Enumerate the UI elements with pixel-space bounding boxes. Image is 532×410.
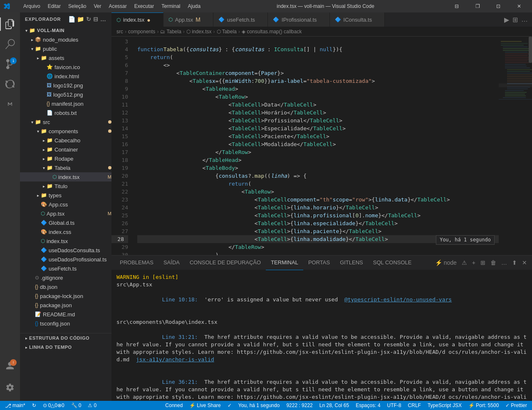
sidebar-item-package-json[interactable]: {} package.json bbox=[20, 301, 111, 310]
status-prettier[interactable]: ✓ Prettier bbox=[504, 401, 529, 410]
sidebar-item-titulo[interactable]: ▸ 📁 Titulo bbox=[20, 181, 111, 191]
split-terminal-icon[interactable]: ⊞ bbox=[479, 258, 487, 267]
maximize-button[interactable]: ⊡ bbox=[489, 0, 508, 12]
breadcrumb-symbol2[interactable]: ◈ consultas.map() callback bbox=[242, 29, 302, 35]
panel-tab-portas[interactable]: PORTAS bbox=[303, 256, 335, 270]
sidebar-item-tabela-index[interactable]: ⬡ index.tsx M bbox=[20, 172, 111, 181]
status-connect[interactable]: Conned bbox=[163, 401, 184, 410]
breadcrumb-file[interactable]: ⬡ index.tsx bbox=[186, 29, 212, 35]
split-editor-icon[interactable]: ⊞ bbox=[512, 15, 519, 25]
tab-index-tsx[interactable]: ⬡ index.tsx ● ✕ bbox=[111, 12, 163, 27]
menu-terminal[interactable]: Terminal bbox=[158, 2, 183, 10]
menu-arquivo[interactable]: Arquivo bbox=[20, 2, 44, 10]
status-port[interactable]: 9222 : 9222 bbox=[285, 401, 314, 410]
status-position[interactable]: Ln 28, Col 65 bbox=[318, 401, 351, 410]
breadcrumb-tabela[interactable]: 🗂 Tabela bbox=[160, 29, 181, 35]
sidebar-item-tsconfig[interactable]: {} tsconfig.json bbox=[20, 319, 111, 328]
activity-explorer[interactable] bbox=[0, 14, 20, 34]
sidebar-item-usedadosprofissional[interactable]: 🔷 useDadosProfissional.ts bbox=[20, 255, 111, 264]
panel-tab-console[interactable]: CONSOLE DE DEPURAÇÃO bbox=[185, 256, 266, 270]
sidebar-item-gitignore[interactable]: ⊙ .gitignore bbox=[20, 273, 111, 282]
sidebar-item-cabecalho[interactable]: ▸ 📁 Cabecalho bbox=[20, 136, 111, 145]
panel-tab-sql[interactable]: SQL CONSOLE bbox=[368, 256, 417, 270]
activity-accounts[interactable]: ! bbox=[0, 356, 20, 376]
status-format-errors[interactable]: 🔧 0 bbox=[69, 401, 83, 410]
sidebar-item-global-dts[interactable]: 🔷 Global.d.ts bbox=[20, 218, 111, 227]
status-language[interactable]: TypeScript JSX bbox=[426, 401, 463, 410]
sidebar-item-readme[interactable]: 📝 README.md bbox=[20, 310, 111, 319]
sidebar-item-robots[interactable]: 📄 robots.txt bbox=[20, 108, 111, 117]
activity-debug[interactable] bbox=[0, 74, 20, 94]
maximize-panel-icon[interactable]: ⬆ bbox=[510, 258, 519, 267]
status-eol[interactable]: CRLF bbox=[406, 401, 423, 410]
sidebar-item-manifest[interactable]: {} manifest.json bbox=[20, 99, 111, 108]
minimize-button[interactable]: ⊟ bbox=[447, 0, 466, 12]
collapse-icon[interactable]: ⊟ bbox=[93, 16, 99, 22]
tab-iconsulta[interactable]: 🔷 IConsulta.ts ✕ bbox=[330, 12, 385, 27]
sidebar-item-timeline[interactable]: ▸ LINHA DO TEMPO bbox=[20, 343, 111, 352]
menu-selecao[interactable]: Seleção bbox=[65, 2, 89, 10]
new-file-icon[interactable]: 📄 bbox=[68, 16, 76, 22]
sidebar-item-rodape[interactable]: ▸ 📁 Rodape bbox=[20, 154, 111, 163]
menu-editar[interactable]: Editar bbox=[45, 2, 64, 10]
trash-terminal-icon[interactable]: 🗑 bbox=[489, 258, 498, 267]
sidebar-item-node-modules[interactable]: ▸ 📦 node_modules bbox=[20, 35, 111, 44]
sidebar-item-favicon[interactable]: ⭐ favicon.ico bbox=[20, 62, 111, 72]
status-sync[interactable]: ↻ bbox=[30, 401, 38, 410]
activity-settings[interactable] bbox=[0, 378, 20, 398]
sidebar-item-assets[interactable]: ▸ 📁 assets bbox=[20, 53, 111, 62]
panel-tab-terminal[interactable]: TERMINAL bbox=[266, 256, 303, 270]
menu-executar[interactable]: Executar bbox=[131, 2, 157, 10]
breadcrumb-symbol1[interactable]: ⬡ Tabela bbox=[217, 29, 237, 35]
sidebar-item-types[interactable]: ▸ 📁 types bbox=[20, 191, 111, 200]
panel-tab-gitlens[interactable]: GITLENS bbox=[335, 256, 368, 270]
sidebar-item-index-css[interactable]: 🎨 index.css bbox=[20, 227, 111, 236]
breadcrumb-components[interactable]: components bbox=[128, 29, 155, 35]
status-branch[interactable]: ⎇ main* bbox=[3, 401, 27, 410]
sidebar-item-app-tsx[interactable]: ⬡ App.tsx M bbox=[20, 209, 111, 218]
refresh-icon[interactable]: ↻ bbox=[86, 16, 92, 22]
more-tabs-icon[interactable]: … bbox=[520, 15, 529, 24]
sidebar-item-tabela[interactable]: ▾ 📁 Tabela bbox=[20, 163, 111, 172]
menu-ver[interactable]: Ver bbox=[90, 2, 104, 10]
sidebar-item-container[interactable]: ▸ 📁 Container bbox=[20, 145, 111, 154]
sidebar-item-public[interactable]: ▾ 📁 public bbox=[20, 44, 111, 53]
tab-usefetch[interactable]: 🔷 useFetch.ts ✕ bbox=[213, 12, 268, 27]
status-encoding[interactable]: UTF-8 bbox=[386, 401, 403, 410]
close-button[interactable]: ✕ bbox=[510, 0, 529, 12]
sidebar-item-index-html[interactable]: 🌐 index.html bbox=[20, 72, 111, 81]
sidebar-item-app-css[interactable]: 🎨 App.css bbox=[20, 200, 111, 209]
sidebar-item-src[interactable]: ▾ 📁 src bbox=[20, 117, 111, 127]
tab-iprofissional[interactable]: 🔷 IProfissional.ts ✕ bbox=[268, 12, 330, 27]
status-spaces[interactable]: Espaços: 4 bbox=[354, 401, 382, 410]
activity-git[interactable]: 1 bbox=[0, 54, 20, 74]
status-warnings[interactable]: ⚠ 0 bbox=[86, 401, 98, 410]
sidebar-item-components[interactable]: ▾ 📁 components bbox=[20, 127, 111, 136]
more-terminal-icon[interactable]: … bbox=[500, 258, 509, 267]
sidebar-item-usedadosconsulta[interactable]: 🔷 useDadosConsulta.ts bbox=[20, 246, 111, 255]
sidebar-item-package-lock[interactable]: {} package-lock.json bbox=[20, 291, 111, 301]
status-liveshare[interactable]: ⚡ Live Share bbox=[188, 401, 222, 410]
new-folder-icon[interactable]: 📁 bbox=[77, 16, 84, 22]
status-check[interactable]: ✓ bbox=[226, 401, 233, 410]
run-icon[interactable]: ▶ bbox=[503, 15, 510, 25]
tab-app-tsx[interactable]: ⬡ App.tsx M ✕ bbox=[163, 12, 213, 27]
sidebar-item-logo512[interactable]: 🖼 logo512.png bbox=[20, 90, 111, 99]
terminal-content[interactable]: WARNING in [eslint] src\App.tsx Line 10:… bbox=[111, 270, 532, 401]
sidebar-item-voll-main[interactable]: ▾ 📁 VOLL-MAIN bbox=[20, 26, 111, 35]
status-liveserver[interactable]: ⚡ Port: 5500 bbox=[467, 401, 500, 410]
panel-tab-saida[interactable]: SAÍDA bbox=[158, 256, 185, 270]
status-errors[interactable]: ⊙ 0△0⊗0 bbox=[41, 401, 66, 410]
sidebar-item-logo192[interactable]: 🖼 logo192.png bbox=[20, 81, 111, 90]
sidebar-item-usefetch[interactable]: 🔷 useFetch.ts bbox=[20, 264, 111, 273]
more-actions-icon[interactable]: … bbox=[100, 16, 106, 22]
close-panel-icon[interactable]: ✕ bbox=[520, 258, 529, 267]
sidebar-item-db-json[interactable]: {} db.json bbox=[20, 282, 111, 291]
panel-tab-problemas[interactable]: PROBLEMAS bbox=[115, 256, 158, 270]
code-text[interactable]: function Tabela({consultas} : {consultas… bbox=[132, 37, 499, 255]
menu-ajuda[interactable]: Ajuda bbox=[185, 2, 204, 10]
activity-search[interactable] bbox=[0, 34, 20, 54]
sidebar-item-index-tsx2[interactable]: ⬡ index.tsx bbox=[20, 236, 111, 246]
menu-acessar[interactable]: Acessar bbox=[105, 2, 130, 10]
restore-button[interactable]: ❐ bbox=[468, 0, 487, 12]
